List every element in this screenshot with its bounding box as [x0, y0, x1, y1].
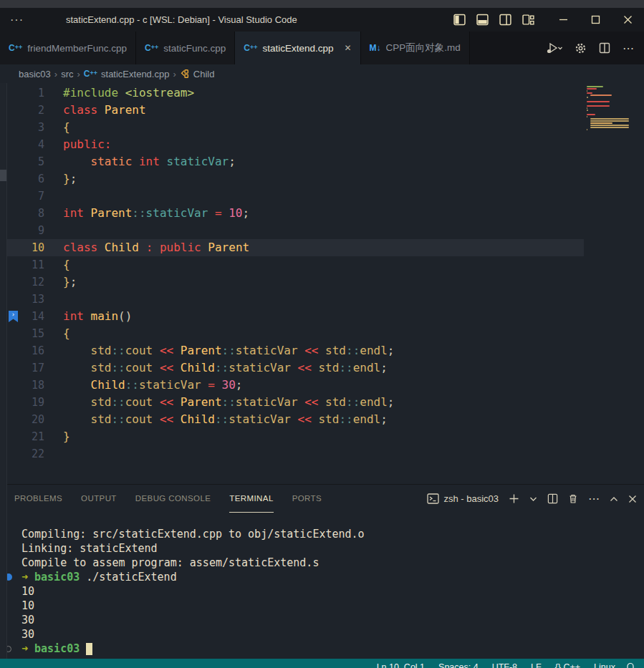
- code-line-5[interactable]: 5 static int staticVar;: [0, 153, 644, 170]
- status-item-2[interactable]: UTF-8: [489, 662, 521, 668]
- prompt-arrow: ➜: [21, 570, 28, 584]
- code-line-13[interactable]: 13: [0, 291, 644, 308]
- breadcrumb-item-basic03[interactable]: basic03: [19, 69, 51, 79]
- cpp-file-icon: C++: [9, 43, 22, 53]
- terminal-output-line: 10: [0, 584, 644, 599]
- code-line-19[interactable]: 19 std::cout << Parent::staticVar << std…: [0, 394, 644, 411]
- code-line-18[interactable]: 18 Child::staticVar = 30;: [0, 377, 644, 394]
- code-text: [44, 292, 63, 306]
- customize-layout-icon[interactable]: [522, 14, 534, 26]
- panel-tab-output[interactable]: OUTPUT: [81, 485, 117, 513]
- tab-staticFunc.cpp[interactable]: C++staticFunc.cpp: [136, 32, 235, 64]
- code-text: std::cout << Parent::staticVar << std::e…: [44, 344, 394, 357]
- code-text: class Child : public Parent: [44, 241, 249, 254]
- breadcrumb-label: staticExtend.cpp: [101, 69, 169, 79]
- code-text: static int staticVar;: [44, 155, 236, 168]
- panel-tab-ports[interactable]: PORTS: [292, 485, 322, 513]
- panel-tab-debug-console[interactable]: DEBUG CONSOLE: [135, 485, 211, 513]
- toggle-panel-icon[interactable]: [476, 14, 489, 26]
- terminal-prompt-line: ➜basic03./staticExtend: [0, 570, 644, 584]
- toggle-primary-sidebar-icon[interactable]: [453, 14, 466, 26]
- toggle-secondary-sidebar-icon[interactable]: [499, 14, 511, 26]
- terminal-output-line: Linking: staticExtend: [0, 541, 644, 556]
- code-text: }: [44, 430, 70, 443]
- code-line-7[interactable]: 7: [0, 188, 644, 205]
- terminal-dropdown-icon[interactable]: [529, 496, 537, 502]
- code-line-3[interactable]: 3{: [0, 119, 644, 136]
- breadcrumb-label: Child: [193, 69, 215, 79]
- settings-gear-icon[interactable]: [575, 42, 587, 54]
- split-editor-icon[interactable]: [599, 42, 610, 54]
- minimap[interactable]: [587, 86, 627, 133]
- code-line-20[interactable]: 20 std::cout << Child::staticVar << std:…: [0, 411, 644, 428]
- prompt-arrow: ➜: [21, 642, 28, 656]
- code-line-22[interactable]: 22: [0, 445, 644, 463]
- terminal-output-line: Compile to assem program: assem/staticEx…: [0, 556, 644, 570]
- code-line-17[interactable]: 17 std::cout << Child::staticVar << std:…: [0, 359, 644, 377]
- code-line-14[interactable]: ›14int main(): [0, 308, 644, 325]
- code-text: #include <iostream>: [44, 86, 194, 100]
- cpp-file-icon: C++: [244, 43, 257, 53]
- panel-tab-problems[interactable]: PROBLEMS: [14, 485, 62, 513]
- code-line-8[interactable]: 8int Parent::staticVar = 10;: [0, 205, 644, 222]
- more-actions-icon[interactable]: ⋯: [623, 42, 634, 55]
- maximize-panel-icon[interactable]: [610, 496, 618, 502]
- status-bar: Ln 10, Col 1Spaces: 4UTF-8LF{} C++Linux: [0, 659, 644, 668]
- tab-staticExtend.cpp[interactable]: C++staticExtend.cpp✕: [235, 32, 360, 64]
- code-line-12[interactable]: 12};: [0, 274, 644, 291]
- tab-CPP面向对象.md[interactable]: M↓CPP面向对象.md: [361, 32, 470, 64]
- kill-terminal-icon[interactable]: [568, 493, 578, 504]
- status-item-3[interactable]: LF: [527, 662, 545, 668]
- code-line-21[interactable]: 21}: [0, 428, 644, 445]
- code-line-2[interactable]: 2class Parent: [0, 102, 644, 119]
- window-top-edge: [0, 0, 644, 8]
- status-item-5[interactable]: Linux: [590, 662, 619, 668]
- new-terminal-icon[interactable]: [509, 493, 519, 504]
- code-line-15[interactable]: 15{: [0, 325, 644, 342]
- code-text: {: [44, 120, 70, 134]
- code-text: [44, 223, 63, 237]
- code-line-10[interactable]: 10class Child : public Parent: [0, 239, 584, 256]
- status-item-0[interactable]: Ln 10, Col 1: [373, 662, 428, 668]
- notifications-bell-icon[interactable]: [625, 662, 635, 668]
- breadcrumb-item-src[interactable]: src: [61, 69, 73, 79]
- close-panel-icon[interactable]: [628, 495, 637, 503]
- minimize-button[interactable]: [547, 8, 580, 32]
- tab-label: friendMemberFunc.cpp: [27, 43, 127, 54]
- breadcrumb-item-staticExtend.cpp[interactable]: C++staticExtend.cpp: [84, 69, 170, 79]
- menu-overflow-icon[interactable]: ···: [0, 14, 34, 26]
- code-line-16[interactable]: 16 std::cout << Parent::staticVar << std…: [0, 342, 644, 359]
- tab-friendMemberFunc.cpp[interactable]: C++friendMemberFunc.cpp: [0, 32, 136, 64]
- panel-more-icon[interactable]: ⋯: [588, 492, 600, 505]
- panel-tab-terminal[interactable]: TERMINAL: [229, 485, 273, 513]
- terminal-output-line: 30: [0, 627, 644, 642]
- maximize-button[interactable]: [580, 8, 612, 32]
- code-line-1[interactable]: 1#include <iostream>: [0, 84, 644, 102]
- code-text: };: [44, 172, 77, 185]
- code-line-4[interactable]: 4public:: [0, 136, 644, 153]
- code-line-9[interactable]: 9: [0, 222, 644, 239]
- status-item-1[interactable]: Spaces: 4: [435, 662, 482, 668]
- terminal-cursor: [86, 643, 92, 655]
- terminal-instance[interactable]: zsh - basic03: [427, 493, 499, 504]
- breadcrumb-item-Child[interactable]: Child: [180, 69, 215, 79]
- terminal-prompt-line: ➜basic03: [0, 642, 644, 656]
- code-editor[interactable]: 1#include <iostream>2class Parent3{4publ…: [0, 83, 644, 484]
- split-terminal-icon[interactable]: [547, 493, 558, 504]
- code-line-11[interactable]: 11{: [0, 256, 644, 274]
- symbol-class-icon: [180, 69, 190, 79]
- breadcrumb-separator: ›: [54, 69, 57, 79]
- code-text: {: [44, 326, 70, 340]
- editor-actions: ⋯: [545, 32, 644, 64]
- breadcrumb-separator: ›: [77, 69, 80, 79]
- close-button[interactable]: [612, 8, 644, 32]
- code-text: int main(): [44, 309, 132, 323]
- close-tab-icon[interactable]: ✕: [344, 43, 351, 53]
- code-line-6[interactable]: 6};: [0, 170, 644, 188]
- tab-label: CPP面向对象.md: [386, 42, 461, 54]
- code-text: Child::staticVar = 30;: [44, 378, 243, 392]
- terminal-output-line: Compiling: src/staticExtend.cpp to obj/s…: [0, 527, 644, 541]
- terminal-output[interactable]: Compiling: src/staticExtend.cpp to obj/s…: [0, 527, 644, 656]
- status-item-4[interactable]: {} C++: [552, 662, 584, 668]
- run-or-debug-icon[interactable]: [545, 42, 562, 54]
